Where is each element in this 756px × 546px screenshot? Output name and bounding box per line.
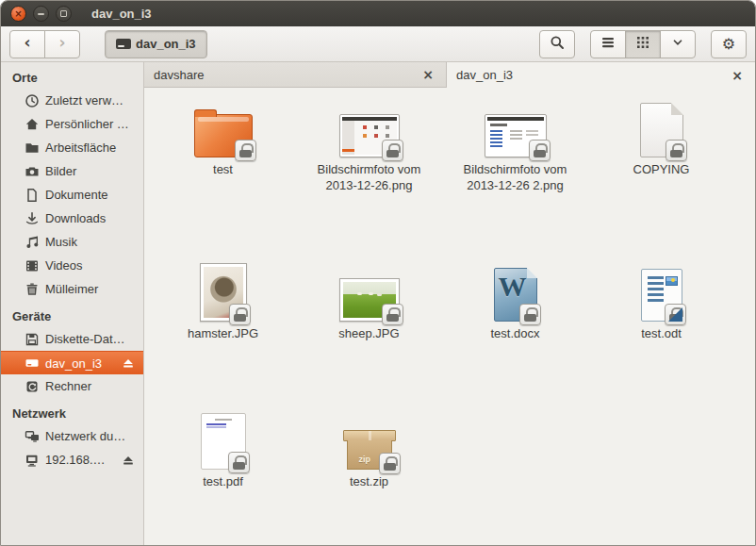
view-options-dropdown-button[interactable] [660, 30, 696, 58]
close-tab-icon[interactable]: × [729, 68, 746, 83]
file-label: sheep.JPG [338, 326, 399, 342]
sidebar-item-bilder[interactable]: Bilder [1, 159, 143, 183]
file-item-test-folder[interactable]: test [150, 93, 296, 178]
eject-button[interactable] [122, 454, 135, 467]
file-item-bildschirmfoto-1[interactable]: Bildschirmfoto vom 2013-12-26.png [296, 93, 442, 194]
list-view-button[interactable] [590, 30, 626, 58]
minimize-window-button[interactable] [33, 6, 49, 22]
sidebar-item-label: Bilder [45, 164, 76, 178]
file-grid: test Bildschirmfoto vom 2013-12-26.png [144, 88, 755, 545]
sidebar-item-diskette[interactable]: Diskette-Dat… [1, 327, 143, 351]
thumb-titlebar [487, 117, 544, 121]
network-icon [25, 429, 40, 444]
computer-icon [25, 379, 40, 394]
file-label: test.odt [641, 326, 682, 342]
folder-icon [25, 141, 40, 156]
sidebar-item-zuletzt-verwendet[interactable]: Zuletzt verw… [1, 89, 143, 112]
photo-thumbnail-icon [200, 263, 247, 322]
home-icon [25, 117, 40, 132]
sidebar-item-label: dav_on_i3 [45, 356, 102, 371]
file-label: test.zip [350, 474, 388, 490]
close-window-button[interactable]: × [10, 6, 26, 22]
pdf-text-line [215, 419, 232, 421]
close-tab-icon[interactable]: × [419, 67, 436, 82]
lock-emblem-icon [519, 304, 541, 325]
folder-icon [194, 114, 253, 157]
minimize-icon [38, 13, 44, 15]
lock-emblem-icon [229, 304, 251, 325]
lock-emblem-icon [382, 304, 403, 325]
sidebar-item-label: Downloads [45, 211, 106, 225]
file-item-test-odt[interactable]: test.odt [588, 257, 734, 342]
grid-view-button[interactable] [625, 30, 661, 58]
tab-label: davshare [154, 68, 204, 82]
back-button[interactable]: ‹ [9, 30, 45, 58]
document-icon [25, 188, 40, 203]
file-item-test-pdf[interactable]: test.pdf [150, 405, 296, 490]
titlebar[interactable]: × dav_on_i3 [1, 1, 755, 26]
eject-button[interactable] [122, 356, 135, 370]
tab-dav-on-i3[interactable]: dav_on_i3 × [447, 62, 755, 88]
sidebar-item-musik[interactable]: Musik [1, 230, 143, 254]
lock-emblem-icon [235, 140, 256, 161]
file-manager-window: × dav_on_i3 ‹ › dav_on_i3 [0, 0, 756, 546]
film-icon [25, 258, 40, 273]
lock-emblem-icon [666, 140, 687, 161]
maximize-window-button[interactable] [56, 6, 72, 22]
thumb-icons [363, 125, 367, 129]
file-item-sheep-jpg[interactable]: sheep.JPG [296, 257, 442, 342]
maximize-icon [60, 10, 67, 17]
location-path-button[interactable]: dav_on_i3 [105, 30, 207, 58]
sidebar-item-label: Arbeitsfläche [45, 141, 116, 155]
harddisk-icon [25, 356, 40, 371]
word-document-icon: W [494, 268, 537, 322]
sidebar-item-label: Dokumente [45, 188, 107, 202]
image-thumbnail-icon [339, 114, 400, 157]
sidebar-item-dav-on-i3[interactable]: dav_on_i3 [1, 351, 143, 374]
sidebar-item-label: Diskette-Dat… [45, 332, 125, 346]
sidebar-item-netzwerk-durchsuchen[interactable]: Netzwerk du… [1, 424, 143, 448]
sidebar: Orte Zuletzt verw… Persönlicher … Arbeit… [1, 62, 144, 545]
file-item-copying[interactable]: COPYING [588, 93, 734, 178]
file-item-test-docx[interactable]: W test.docx [442, 257, 588, 342]
file-label: Bildschirmfoto vom 2013-12-26 2.png [454, 162, 577, 194]
word-letter: W [495, 271, 531, 303]
sidebar-item-videos[interactable]: Videos [1, 254, 143, 277]
sidebar-item-label: Rechner [45, 379, 91, 393]
search-button[interactable] [539, 30, 575, 58]
list-view-icon [600, 35, 616, 53]
forward-button[interactable]: › [44, 30, 80, 58]
tab-davshare[interactable]: davshare × [144, 62, 447, 88]
tab-bar: davshare × dav_on_i3 × [144, 62, 755, 88]
lock-emblem-icon [382, 140, 403, 161]
sidebar-item-muelleimer[interactable]: Mülleimer [1, 277, 143, 301]
sidebar-item-persoenlicher-ordner[interactable]: Persönlicher … [1, 112, 143, 136]
odt-text-lines [648, 276, 664, 279]
file-label: Bildschirmfoto vom 2013-12-26.png [308, 162, 431, 194]
zip-text: zip [359, 455, 371, 464]
file-label: hamster.JPG [188, 326, 258, 342]
lock-emblem-icon [529, 140, 551, 161]
gear-icon: ⚙ [722, 37, 735, 52]
sidebar-item-rechner[interactable]: Rechner [1, 374, 143, 398]
trash-icon [25, 282, 40, 297]
sidebar-item-arbeitsflaeche[interactable]: Arbeitsfläche [1, 136, 143, 159]
file-label: test.docx [490, 326, 539, 342]
settings-menu-button[interactable]: ⚙ [711, 30, 747, 58]
sidebar-item-label: Mülleimer [45, 282, 98, 296]
download-icon [25, 211, 40, 226]
content-area: davshare × dav_on_i3 × test [144, 62, 755, 545]
sidebar-item-dokumente[interactable]: Dokumente [1, 183, 143, 207]
search-icon [550, 35, 565, 53]
chevron-right-icon: › [58, 35, 65, 53]
close-icon: × [14, 8, 22, 19]
sidebar-item-192-168-server[interactable]: 192.168.… [1, 448, 143, 472]
sidebar-item-downloads[interactable]: Downloads [1, 207, 143, 230]
text-file-icon [640, 103, 683, 157]
file-item-bildschirmfoto-2[interactable]: Bildschirmfoto vom 2013-12-26 2.png [442, 93, 588, 194]
image-thumbnail-icon [485, 114, 547, 157]
file-item-hamster-jpg[interactable]: hamster.JPG [150, 257, 296, 342]
file-item-test-zip[interactable]: zip test.zip [296, 405, 442, 490]
lock-emblem-icon [379, 453, 401, 474]
tab-label: dav_on_i3 [456, 68, 513, 82]
